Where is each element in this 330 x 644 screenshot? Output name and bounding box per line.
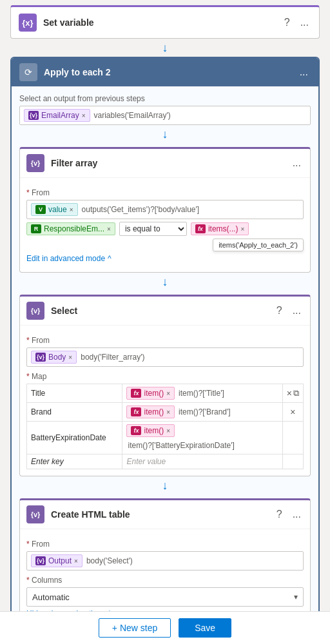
select-header: {v} Select ? ... — [20, 297, 310, 325]
apply-field-label: Select an output from previous steps — [19, 94, 311, 103]
select-more-btn[interactable]: ... — [290, 304, 304, 318]
select-map-table: Title fx item() × item()?['Title'] — [26, 384, 304, 469]
filter-items-tag[interactable]: fx items(...) × — [191, 222, 249, 235]
create-html-from-row[interactable]: {v} Output × body('Select') — [26, 551, 304, 571]
resp-icon: R — [31, 224, 41, 233]
create-html-from-label: From — [26, 540, 304, 549]
select-icon: {v} — [26, 302, 44, 320]
fx-icon-3: fx — [131, 407, 141, 416]
map-row-close-2[interactable]: × — [290, 407, 295, 417]
create-html-output-tag[interactable]: {v} Output × — [31, 554, 82, 567]
apply-email-array-tag[interactable]: {v} EmailArray × — [24, 109, 90, 122]
create-html-columns-label: Columns — [26, 576, 304, 585]
filter-array-header: {v} Filter array ... — [20, 149, 310, 177]
map-item-tag-2[interactable]: fx item() × — [126, 405, 175, 418]
set-variable-header: {x} Set variable ? ... — [11, 7, 319, 38]
select-from-text: body('Filter_array') — [79, 351, 146, 363]
create-html-card: {v} Create HTML table ? ... From {v} Out… — [19, 498, 311, 628]
filter-items-close[interactable]: × — [241, 226, 245, 233]
set-variable-icon: {x} — [19, 14, 37, 32]
set-variable-help-btn[interactable]: ? — [282, 15, 293, 30]
apply-title: Apply to each 2 — [44, 67, 297, 77]
map-row-close-1[interactable]: × — [287, 388, 292, 398]
apply-more-btn[interactable]: ... — [297, 65, 311, 79]
filter-value-tag[interactable]: V value × — [31, 203, 78, 216]
filter-tooltip: items('Apply_to_each_2') — [213, 239, 304, 251]
filter-responsible-tag[interactable]: R ResponsibleEm... × — [26, 222, 115, 235]
map-item-tag-3[interactable]: fx item() × — [126, 424, 175, 437]
map-val-battery: fx item() × item()?['BatteryExpirationDa… — [122, 422, 282, 454]
map-empty-actions — [282, 454, 303, 469]
map-row-empty: Enter key Enter value — [27, 454, 304, 469]
copy-icon-1: ⧉ — [293, 388, 299, 398]
filter-array-card: {v} Filter array ... From V value × out — [19, 147, 311, 273]
create-html-help-btn[interactable]: ? — [274, 507, 285, 522]
connector-inner-1: ↓ — [19, 125, 311, 143]
select-from-row[interactable]: {v} Body × body('Filter_array') — [26, 347, 304, 367]
set-variable-more-btn[interactable]: ... — [298, 15, 311, 30]
set-variable-card: {x} Set variable ? ... — [10, 5, 320, 39]
var-icon-3: {v} — [35, 556, 46, 565]
filter-array-icon: {v} — [26, 154, 44, 172]
filter-tag1-close[interactable]: × — [70, 206, 73, 213]
select-body-tag[interactable]: {v} Body × — [31, 351, 77, 364]
create-html-columns-select[interactable]: Automatic ▾ — [26, 587, 304, 607]
select-help-btn[interactable]: ? — [274, 304, 285, 318]
chevron-down-icon: ▾ — [294, 592, 298, 601]
filter-array-body: From V value × outputs('Get_items')?['bo… — [20, 177, 310, 272]
map-battery-val: item()?['BatteryExpirationDate'] — [126, 440, 235, 451]
fx-icon-1: fx — [195, 224, 206, 233]
connector-1: ↓ — [162, 39, 168, 57]
create-html-more-btn[interactable]: ... — [290, 507, 304, 522]
create-html-title: Create HTML table — [51, 509, 274, 520]
map-row-battery: BatteryExpirationDate fx item() × it — [27, 422, 304, 454]
connector-inner-2: ↓ — [19, 273, 311, 291]
filter-advanced-btn[interactable]: Edit in advanced mode ^ — [26, 251, 112, 266]
filter-from-text: outputs('Get_items')?['body/value'] — [81, 204, 201, 215]
filter-from-row[interactable]: V value × outputs('Get_items')?['body/va… — [26, 200, 304, 219]
select-title: Select — [51, 306, 274, 316]
map-item-tag-2-close[interactable]: × — [166, 409, 170, 416]
save-button[interactable]: Save — [179, 618, 231, 638]
map-battery-actions — [282, 422, 303, 454]
map-key-title: Title — [27, 384, 122, 403]
select-body: From {v} Body × body('Filter_array') Map — [20, 325, 310, 476]
apply-field-text: variables('EmailArray') — [93, 110, 172, 121]
apply-tag1-close[interactable]: × — [82, 112, 86, 119]
map-brand-val: item()?['Brand'] — [177, 406, 232, 418]
map-key-brand: Brand — [27, 403, 122, 422]
create-html-tag-close[interactable]: × — [74, 558, 78, 565]
map-item-tag-1[interactable]: fx item() × — [126, 387, 175, 400]
bottom-bar: + New step Save — [0, 611, 330, 644]
map-brand-actions: × — [282, 403, 303, 422]
apply-to-each-header: ⟳ Apply to each 2 ... — [12, 58, 318, 86]
teal-icon: V — [35, 205, 46, 214]
map-title-actions: × ⧉ — [282, 384, 303, 403]
select-map-label: Map — [26, 372, 304, 381]
map-val-placeholder[interactable]: Enter value — [122, 454, 282, 469]
new-step-button[interactable]: + New step — [99, 618, 171, 638]
select-from-label: From — [26, 336, 304, 345]
map-item-tag-3-close[interactable]: × — [166, 427, 170, 434]
fx-icon-2: fx — [131, 389, 141, 398]
filter-more-btn[interactable]: ... — [290, 156, 304, 170]
apply-field-row[interactable]: {v} EmailArray × variables('EmailArray') — [19, 106, 311, 125]
map-row-title: Title fx item() × item()?['Title'] — [27, 384, 304, 403]
create-html-icon: {v} — [26, 505, 44, 523]
map-key-placeholder[interactable]: Enter key — [27, 454, 122, 469]
var-icon-1: {v} — [28, 111, 39, 120]
fx-icon-4: fx — [131, 426, 141, 435]
connector-inner-3: ↓ — [19, 476, 311, 494]
map-title-val: item()?['Title'] — [177, 387, 226, 399]
map-item-tag-1-close[interactable]: × — [166, 390, 170, 397]
filter-from-label: From — [26, 188, 304, 197]
select-tag1-close[interactable]: × — [68, 354, 72, 361]
filter-tag-close[interactable]: × — [107, 226, 111, 233]
filter-op-select[interactable]: is equal to is not equal to contains — [119, 222, 187, 236]
var-icon-2: {v} — [35, 353, 46, 362]
apply-icon: ⟳ — [19, 63, 37, 81]
create-html-from-text: body('Select') — [85, 555, 134, 567]
map-val-title: fx item() × item()?['Title'] — [122, 384, 282, 403]
select-card: {v} Select ? ... From {v} Body — [19, 295, 311, 476]
map-row-brand: Brand fx item() × item()?['Brand'] — [27, 403, 304, 422]
